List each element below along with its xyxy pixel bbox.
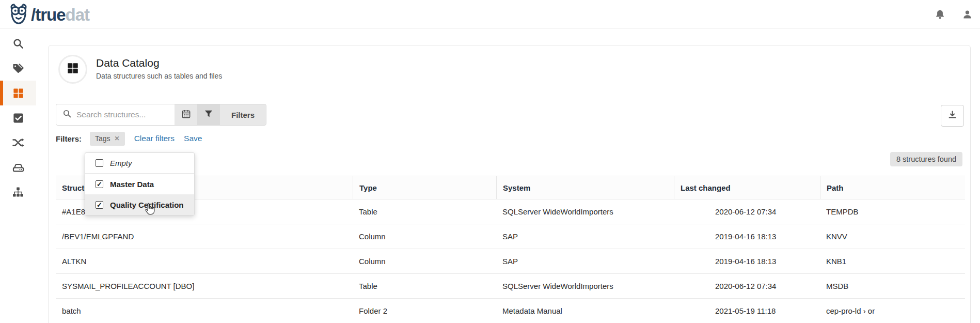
dropdown-option-label: Master Data: [110, 180, 154, 189]
tags-filter-dropdown: Empty ✓ Master Data ✓ Quality Certificat…: [85, 152, 195, 216]
app-screen: /truedat: [0, 0, 980, 323]
grid-icon: [66, 61, 80, 77]
checkbox-checked[interactable]: ✓: [96, 180, 103, 188]
download-icon: [947, 110, 957, 122]
logo-wordmark: /truedat: [31, 5, 89, 25]
sidebar-item-quality[interactable]: [0, 105, 36, 130]
column-header-path[interactable]: Path: [820, 176, 965, 199]
column-header-type[interactable]: Type: [353, 176, 496, 199]
cell-path: KNVV: [820, 224, 965, 249]
page-icon-circle: [58, 55, 87, 84]
checkbox-unchecked[interactable]: [96, 159, 103, 167]
dropdown-option-label: Quality Certification: [110, 201, 184, 209]
top-bar: /truedat: [0, 0, 980, 28]
cell-structure[interactable]: /BEV1/EMLGPFAND: [56, 224, 353, 249]
clear-filters-link[interactable]: Clear filters: [134, 134, 175, 143]
bell-icon[interactable]: [935, 9, 945, 20]
search-icon: [12, 38, 24, 50]
cell-type: Table: [353, 274, 496, 298]
page-title: Data Catalog: [96, 57, 160, 69]
calendar-icon: [181, 109, 191, 121]
cell-path: KNB1: [820, 249, 965, 273]
cell-system: SAP: [496, 224, 674, 249]
cell-path: TEMPDB: [820, 199, 965, 224]
search-input[interactable]: [76, 110, 164, 119]
search-toolbar: Filters: [56, 104, 266, 126]
cell-last-changed: 2021-05-19 11:18: [674, 299, 820, 323]
content-card: Data Catalog Data structures such as tab…: [48, 45, 971, 323]
cell-last-changed: 2020-06-12 07:34: [674, 199, 820, 224]
checkbox-checked[interactable]: ✓: [96, 201, 103, 209]
download-button[interactable]: [941, 105, 964, 127]
cell-last-changed: 2019-04-16 18:13: [674, 249, 820, 273]
close-icon[interactable]: ✕: [115, 135, 120, 142]
page-subtitle: Data structures such as tables and files: [96, 72, 222, 80]
sidebar-item-taxonomy[interactable]: [0, 180, 36, 205]
cell-type: Folder 2: [353, 299, 496, 323]
cell-last-changed: 2020-06-12 07:34: [674, 274, 820, 298]
table-row[interactable]: batch Folder 2 Metadata Manual 2021-05-1…: [56, 299, 965, 323]
cell-structure[interactable]: SYSMAIL_PROFILEACCOUNT [DBO]: [56, 274, 353, 298]
cell-structure[interactable]: ALTKN: [56, 249, 353, 273]
cell-system: Metadata Manual: [496, 299, 674, 323]
filter-funnel-icon: [204, 109, 213, 120]
results-count-badge: 8 structures found: [890, 152, 962, 166]
filter-chip-tags[interactable]: Tags ✕: [90, 132, 125, 146]
column-header-system[interactable]: System: [496, 176, 674, 199]
sidebar-item-search[interactable]: [0, 31, 36, 56]
search-icon: [62, 109, 72, 120]
cell-type: Column: [353, 224, 496, 249]
owl-icon: [8, 3, 29, 27]
table-row[interactable]: SYSMAIL_PROFILEACCOUNT [DBO] Table SQLSe…: [56, 274, 965, 299]
cell-type: Table: [353, 199, 496, 224]
filters-button-label: Filters: [231, 111, 255, 119]
search-box: [56, 104, 175, 125]
filters-button[interactable]: Filters: [220, 104, 266, 125]
active-filters-bar: Filters: Tags ✕ Clear filters Save: [56, 131, 202, 146]
dropdown-option-quality-certification[interactable]: ✓ Quality Certification: [85, 194, 194, 215]
sidebar-item-tags[interactable]: [0, 56, 36, 81]
filter-chip-label: Tags: [95, 134, 110, 143]
cell-system: SAP: [496, 249, 674, 273]
tags-icon: [12, 62, 24, 74]
sidebar-item-systems[interactable]: [0, 155, 36, 180]
cell-type: Column: [353, 249, 496, 273]
dropdown-option-empty[interactable]: Empty: [85, 153, 194, 174]
sidebar-item-data-catalog[interactable]: [0, 81, 36, 105]
truedat-logo[interactable]: /truedat: [8, 3, 89, 27]
sidebar: [0, 29, 36, 323]
sitemap-icon: [12, 186, 24, 198]
check-square-icon: [12, 112, 24, 124]
dropdown-option-label: Empty: [110, 159, 132, 167]
column-header-last-changed[interactable]: Last changed: [674, 176, 820, 199]
sidebar-item-lineage[interactable]: [0, 130, 36, 155]
filter-funnel-button[interactable]: [197, 104, 220, 125]
cell-last-changed: 2019-04-16 18:13: [674, 224, 820, 249]
table-row[interactable]: ALTKN Column SAP 2019-04-16 18:13 KNB1: [56, 249, 965, 274]
grid-icon: [12, 87, 24, 99]
cell-path: cep-pro-ld › or: [820, 299, 965, 323]
user-icon[interactable]: [962, 9, 973, 20]
shuffle-icon: [12, 136, 24, 149]
cell-system: SQLServer WideWorldImporters: [496, 274, 674, 298]
save-filters-link[interactable]: Save: [184, 134, 202, 143]
cell-structure[interactable]: batch: [56, 299, 353, 323]
cell-path: MSDB: [820, 274, 965, 298]
filters-bar-label: Filters:: [56, 134, 82, 143]
table-row[interactable]: /BEV1/EMLGPFAND Column SAP 2019-04-16 18…: [56, 224, 965, 249]
cell-system: SQLServer WideWorldImporters: [496, 199, 674, 224]
hard-drive-icon: [12, 161, 25, 174]
calendar-button[interactable]: [175, 104, 197, 125]
dropdown-option-master-data[interactable]: ✓ Master Data: [85, 174, 194, 194]
